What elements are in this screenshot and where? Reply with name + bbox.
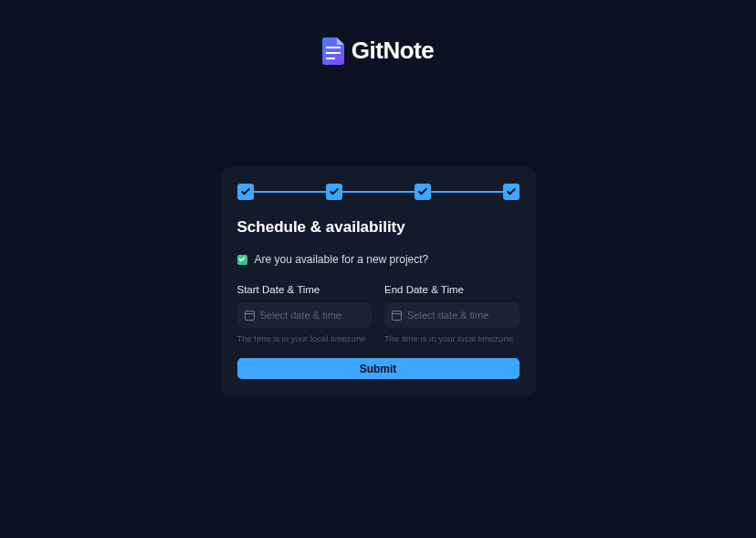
check-icon bbox=[506, 186, 517, 197]
calendar-icon bbox=[392, 311, 402, 321]
step-node-3 bbox=[415, 184, 431, 200]
end-datetime-field: End Date & Time Select date & time The t… bbox=[384, 284, 520, 343]
step-node-2 bbox=[326, 184, 342, 200]
brand-name: GitNote bbox=[352, 37, 434, 65]
schedule-card: Schedule & availability Are you availabl… bbox=[221, 167, 536, 396]
end-label: End Date & Time bbox=[384, 284, 520, 295]
end-placeholder: Select date & time bbox=[407, 310, 488, 321]
end-datetime-input[interactable]: Select date & time bbox=[384, 302, 520, 328]
step-node-4 bbox=[503, 184, 520, 200]
availability-checkbox[interactable] bbox=[237, 255, 247, 265]
check-icon bbox=[238, 256, 246, 263]
check-icon bbox=[329, 186, 340, 197]
availability-row[interactable]: Are you available for a new project? bbox=[237, 253, 520, 266]
start-placeholder: Select date & time bbox=[260, 310, 341, 321]
calendar-icon bbox=[245, 311, 255, 321]
start-datetime-input[interactable]: Select date & time bbox=[237, 302, 373, 328]
start-hint: The time is in your local timezone bbox=[237, 333, 373, 343]
availability-label: Are you available for a new project? bbox=[255, 253, 429, 266]
form-title: Schedule & availability bbox=[237, 218, 520, 237]
progress-stepper bbox=[237, 184, 520, 200]
brand-logo: GitNote bbox=[322, 37, 434, 65]
start-datetime-field: Start Date & Time Select date & time The… bbox=[237, 284, 373, 343]
step-node-1 bbox=[237, 184, 254, 200]
submit-button[interactable]: Submit bbox=[237, 358, 520, 379]
logo-icon bbox=[322, 37, 344, 65]
check-icon bbox=[417, 186, 428, 197]
check-icon bbox=[240, 186, 251, 197]
end-hint: The time is in your local timezone bbox=[384, 333, 520, 343]
start-label: Start Date & Time bbox=[237, 284, 373, 295]
